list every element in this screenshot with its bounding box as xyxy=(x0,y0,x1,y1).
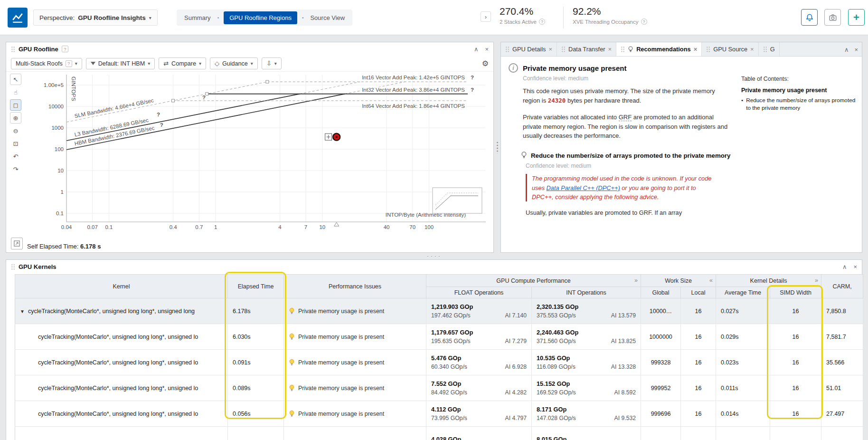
cell-ecell[interactable]: 0.056s xyxy=(228,401,284,427)
cell-scell[interactable]: 16 xyxy=(770,298,821,324)
cell-scell[interactable] xyxy=(770,427,821,440)
close-icon[interactable]: × xyxy=(694,46,698,53)
zoom-out-icon[interactable]: ⊖ xyxy=(10,125,21,136)
gear-icon[interactable]: ⚙ xyxy=(482,59,489,68)
collapse-panel-icon[interactable]: ∧ xyxy=(842,263,847,270)
roofline-chart[interactable]: 0.040.070.10.40.71471040701000.111010010… xyxy=(20,71,488,238)
row-expander-icon[interactable]: ▼ xyxy=(20,309,25,314)
cell-kcell[interactable]: cycleTracking(MonteCarlo*, unsigned long… xyxy=(15,324,228,350)
cell-ccell[interactable]: 7,581.7 xyxy=(821,324,863,350)
column-group-kernel-details[interactable]: Kernel Details» xyxy=(716,275,821,287)
close-panel-icon[interactable]: × xyxy=(485,46,489,53)
close-icon[interactable]: × xyxy=(548,46,552,53)
cell-ccell[interactable]: 7,850.8 xyxy=(821,298,863,324)
vertical-splitter[interactable] xyxy=(494,42,500,253)
drag-handle-icon[interactable] xyxy=(11,46,15,52)
cell-icell[interactable]: Private memory usage is present xyxy=(284,298,426,324)
collapse-panel-icon[interactable]: ∧ xyxy=(474,46,479,53)
column-header-simd-width[interactable]: SIMD Width xyxy=(770,287,821,298)
kernel-row[interactable]: cycleTracking(MonteCarlo*, unsigned long… xyxy=(15,324,863,350)
new-analysis-button[interactable]: + xyxy=(848,9,865,26)
cell-fcell[interactable]: 1,179.657 GOp195.635 GOp/sAI 7.279 xyxy=(426,324,532,350)
cell-acell[interactable]: 0.011s xyxy=(716,375,770,401)
column-header-performance-issues[interactable]: Performance Issues xyxy=(284,275,426,298)
collapse-panel-icon[interactable]: ∧ xyxy=(844,46,849,53)
undo-icon[interactable]: ↶ xyxy=(10,151,21,162)
cell-gcell[interactable]: 10000… xyxy=(641,298,681,324)
dpcpp-link[interactable]: Data Parallel C++ (DPC++) xyxy=(547,184,620,191)
cell-lcell[interactable]: 16 xyxy=(681,401,716,427)
app-logo[interactable] xyxy=(8,8,28,28)
cell-ncell[interactable]: 2,240.463 GOp371.560 GOp/sAI 13.825 xyxy=(532,324,641,350)
close-panel-icon[interactable]: × xyxy=(853,263,857,270)
cell-lcell[interactable]: 16 xyxy=(681,324,716,350)
select-tool-icon[interactable]: ↖ xyxy=(10,74,21,85)
tab-source-view[interactable]: Source View xyxy=(308,11,347,24)
cell-scell[interactable]: 16 xyxy=(770,324,821,350)
kernel-row[interactable]: cycleTracking(MonteCarlo*, unsigned long… xyxy=(15,350,863,375)
cell-ccell[interactable] xyxy=(821,427,863,440)
cell-ccell[interactable]: 51.01 xyxy=(821,375,863,401)
tab-gpu-details[interactable]: GPU Details × xyxy=(501,42,557,56)
cell-ccell[interactable]: 35.566 xyxy=(821,350,863,375)
perspective-selector[interactable]: Perspective: GPU Roofline Insights ▾ xyxy=(33,10,158,26)
multi-stack-roofs-dropdown[interactable]: Multi-Stack Roofs ? ▾ xyxy=(11,58,82,69)
cell-scell[interactable]: 16 xyxy=(770,350,821,375)
cell-fcell[interactable]: 7.552 GOp84.492 GOp/sAI 4.282 xyxy=(426,375,532,401)
cell-acell[interactable] xyxy=(716,427,770,440)
cell-gcell[interactable] xyxy=(641,427,681,440)
cell-icell[interactable]: Private memory usage is present xyxy=(284,324,426,350)
drag-handle-icon[interactable] xyxy=(11,264,15,270)
cell-acell[interactable]: 0.027s xyxy=(716,298,770,324)
kernel-row[interactable]: ▼cycleTracking(MonteCarlo*, unsigned lon… xyxy=(15,298,863,324)
cell-kcell[interactable]: ▼cycleTracking(MonteCarlo*, unsigned lon… xyxy=(15,298,228,324)
cell-lcell[interactable]: 16 xyxy=(681,298,716,324)
expand-group-icon[interactable]: » xyxy=(634,277,638,284)
column-header-local[interactable]: Local xyxy=(681,287,716,298)
cell-fcell[interactable]: 4.028 GOp xyxy=(426,427,532,440)
zoom-in-icon[interactable]: ⊕ xyxy=(10,112,21,124)
cell-icell[interactable]: Private memory usage is present xyxy=(284,401,426,427)
cell-icell[interactable]: Private memory usage is present xyxy=(284,375,426,401)
help-icon[interactable]: ? xyxy=(62,46,68,52)
cell-gcell[interactable]: 999952 xyxy=(641,375,681,401)
cell-fcell[interactable]: 1,219.903 GOp197.462 GOp/sAI 7.140 xyxy=(426,298,532,324)
cell-acell[interactable]: 0.029s xyxy=(716,324,770,350)
column-header-average-time[interactable]: Average Time xyxy=(716,287,770,298)
column-header-float-operations[interactable]: FLOAT Operations xyxy=(426,287,532,298)
roofs-filter-dropdown[interactable]: Default: INT HBM ▾ xyxy=(86,58,155,69)
cell-kcell[interactable]: cycleTracking(MonteCarlo*, unsigned long… xyxy=(15,350,228,375)
cell-scell[interactable]: 16 xyxy=(770,401,821,427)
expand-group-icon[interactable]: » xyxy=(815,277,818,284)
cell-gcell[interactable]: 1000000 xyxy=(641,324,681,350)
tab-gpu-source[interactable]: GPU Source × xyxy=(702,42,758,56)
toc-link[interactable]: Private memory usage present xyxy=(741,87,857,94)
snapshot-button[interactable] xyxy=(824,9,841,26)
cell-ecell[interactable]: 6.030s xyxy=(228,324,284,350)
cell-ecell[interactable]: 0.091s xyxy=(228,350,284,375)
cell-ncell[interactable]: 2,320.135 GOp375.553 GOp/sAI 13.579 xyxy=(532,298,641,324)
cell-ecell[interactable]: 6.178s xyxy=(228,298,284,324)
cell-gcell[interactable]: 999696 xyxy=(641,401,681,427)
cell-ecell[interactable] xyxy=(228,427,284,440)
close-icon[interactable]: × xyxy=(608,46,612,53)
cell-gcell[interactable]: 999328 xyxy=(641,350,681,375)
horizontal-splitter[interactable] xyxy=(0,253,868,259)
help-icon[interactable]: ? xyxy=(641,19,647,25)
notifications-button[interactable] xyxy=(801,9,818,26)
cell-acell[interactable]: 0.014s xyxy=(716,401,770,427)
cell-fcell[interactable]: 4.112 GOp73.995 GOp/sAI 4.797 xyxy=(426,401,532,427)
column-header-elapsed-time[interactable]: Elapsed Time xyxy=(228,275,284,298)
tab-data-transfer[interactable]: Data Transfer × xyxy=(557,42,616,56)
cell-fcell[interactable]: 5.476 GOp60.340 GOp/sAI 6.928 xyxy=(426,350,532,375)
tab-recommendations[interactable]: Recommendations × xyxy=(616,42,702,56)
guidance-dropdown[interactable]: ◇ Guidance ▾ xyxy=(210,57,258,69)
cell-lcell[interactable]: 16 xyxy=(681,375,716,401)
cell-ncell[interactable]: 8.015 GOp xyxy=(532,427,641,440)
column-group-gpu-compute-performance[interactable]: GPU Compute Performance» xyxy=(426,275,641,287)
column-header-global[interactable]: Global xyxy=(641,287,681,298)
redo-icon[interactable]: ↷ xyxy=(10,163,21,175)
cell-acell[interactable]: 0.023s xyxy=(716,350,770,375)
cell-ecell[interactable]: 0.089s xyxy=(228,375,284,401)
tab-truncated[interactable]: G xyxy=(759,42,780,56)
